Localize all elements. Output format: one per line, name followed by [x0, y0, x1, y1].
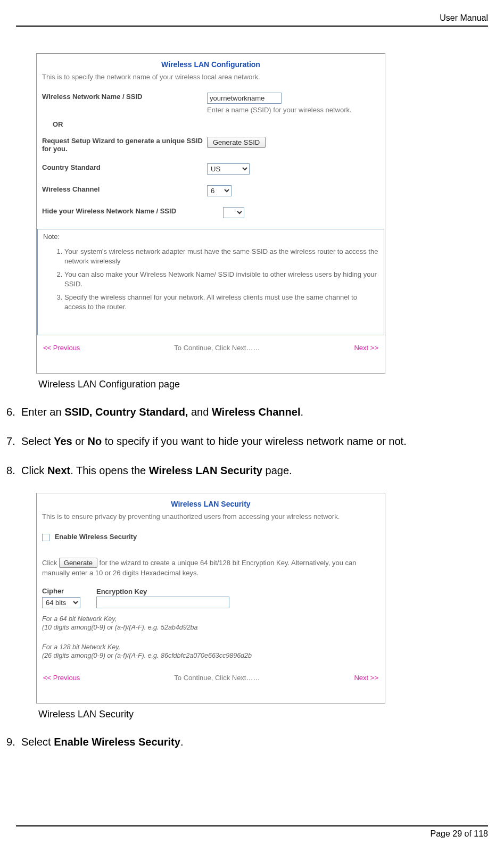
note-heading: Note:: [43, 233, 378, 241]
prev-link[interactable]: << Previous: [43, 344, 80, 352]
note-list: Your system's wireless network adapter m…: [64, 245, 378, 313]
panel2-title: Wireless LAN Security: [37, 493, 385, 512]
page-header-label: User Manual: [440, 13, 488, 23]
ssid-label: Wireless Network Name / SSID: [42, 93, 207, 101]
note-item: Specify the wireless channel for your ne…: [64, 291, 378, 313]
steps-list-2: Select Enable Wireless Security.: [21, 735, 488, 749]
cipher-row: Cipher 64 bits Encryption Key: [37, 583, 385, 611]
step-9: Select Enable Wireless Security.: [21, 735, 488, 749]
page-content: Wireless LAN Configuration This is to sp…: [36, 53, 488, 764]
ssid-input[interactable]: [207, 93, 282, 104]
enable-security-label: Enable Wireless Security: [55, 533, 137, 541]
panel2-intro: This is to ensure privacy by preventing …: [37, 512, 385, 529]
page-footer-label: Page 29 of 118: [430, 829, 488, 839]
wlan-config-panel: Wireless LAN Configuration This is to sp…: [36, 53, 385, 374]
cipher-select[interactable]: 64 bits: [42, 597, 80, 608]
step-6: Enter an SSID, Country Standard, and Wir…: [21, 405, 488, 419]
hide-ssid-row: Hide your Wireless Network Name / SSID: [37, 204, 385, 221]
next-link[interactable]: Next >>: [354, 674, 378, 682]
enable-security-checkbox[interactable]: [42, 534, 49, 541]
hint-128bit: For a 128 bit Network Key, (26 digits am…: [37, 640, 385, 664]
panel1-nav: << Previous To Continue, Click Next…… Ne…: [37, 343, 385, 352]
country-row: Country Standard US: [37, 160, 385, 178]
encryption-key-label: Encryption Key: [96, 587, 147, 597]
generate-pre-text: Click: [42, 559, 59, 567]
hide-ssid-label: Hide your Wireless Network Name / SSID: [42, 207, 223, 215]
channel-row: Wireless Channel 6: [37, 182, 385, 200]
enable-security-row: Enable Wireless Security: [37, 529, 385, 545]
next-link[interactable]: Next >>: [354, 344, 378, 352]
ssid-row: Wireless Network Name / SSID Enter a nam…: [37, 89, 385, 117]
generate-ssid-row: Request Setup Wizard to generate a uniqu…: [37, 134, 385, 156]
hide-ssid-select[interactable]: [223, 207, 244, 218]
encryption-key-input[interactable]: [96, 597, 229, 608]
continue-text: To Continue, Click Next……: [174, 344, 260, 352]
panel2-caption: Wireless LAN Security: [38, 709, 488, 720]
hint-64bit: For a 64 bit Network Key, (10 digits amo…: [37, 611, 385, 635]
generate-key-button[interactable]: Generate: [59, 558, 97, 568]
step-8: Click Next. This opens the Wireless LAN …: [21, 464, 488, 478]
ssid-help-text: Enter a name (SSID) for your wireless ne…: [207, 106, 379, 114]
channel-select[interactable]: 6: [207, 185, 232, 196]
note-item: Your system's wireless network adapter m…: [64, 245, 378, 268]
steps-list-1: Enter an SSID, Country Standard, and Wir…: [21, 405, 488, 478]
prev-link[interactable]: << Previous: [43, 674, 80, 682]
channel-label: Wireless Channel: [42, 185, 207, 193]
note-item: You can also make your Wireless Network …: [64, 268, 378, 291]
generate-ssid-label: Request Setup Wizard to generate a uniqu…: [42, 137, 207, 153]
panel2-nav: << Previous To Continue, Click Next…… Ne…: [37, 673, 385, 682]
panel1-title: Wireless LAN Configuration: [37, 54, 385, 73]
country-select[interactable]: US: [207, 163, 250, 175]
generate-ssid-button[interactable]: Generate SSID: [207, 137, 266, 148]
note-box: Note: Your system's wireless network ada…: [37, 229, 384, 335]
wlan-security-panel: Wireless LAN Security This is to ensure …: [36, 493, 385, 704]
step-7: Select Yes or No to specify if you want …: [21, 434, 488, 449]
generate-key-row: Click Generate for the wizard to create …: [37, 555, 385, 581]
continue-text: To Continue, Click Next……: [174, 674, 260, 682]
cipher-label: Cipher: [42, 586, 64, 596]
panel1-caption: Wireless LAN Configuration page: [38, 379, 488, 390]
country-label: Country Standard: [42, 163, 207, 171]
or-label: OR: [37, 117, 385, 134]
panel1-intro: This is to specify the network name of y…: [37, 73, 385, 89]
